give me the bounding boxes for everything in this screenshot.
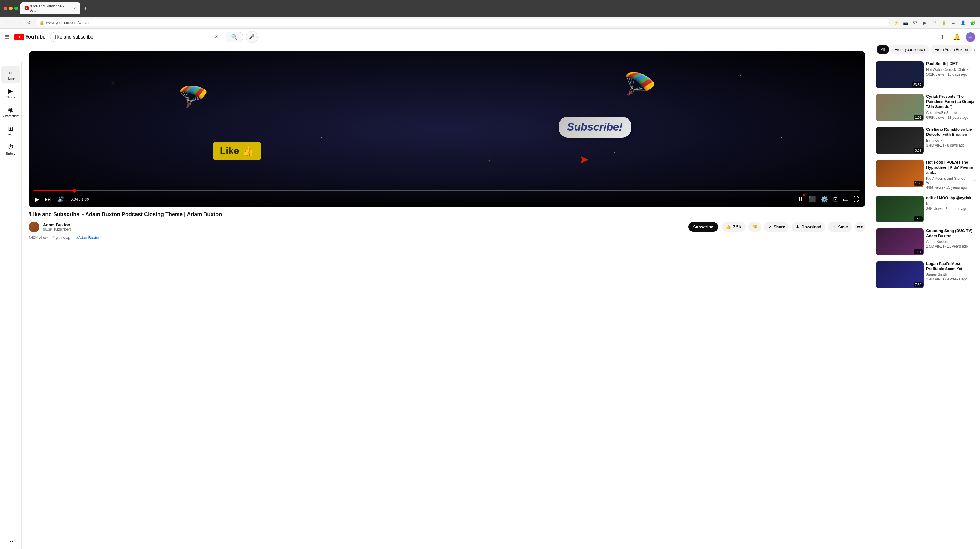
filter-from-search[interactable]: From your search (891, 45, 929, 54)
subscribe-button[interactable]: Subscribe (688, 222, 718, 232)
back-button[interactable]: ← (3, 19, 12, 27)
rec-duration: 3:39 (914, 148, 923, 153)
home-icon: ⌂ (9, 69, 12, 76)
new-tab-button[interactable]: + (84, 5, 87, 12)
shield-icon[interactable]: 🛡 (911, 19, 919, 27)
sidebar-item-history[interactable]: ⏱ History (1, 141, 20, 158)
autoplay-toggle[interactable]: ⏸ (796, 195, 805, 204)
download-button[interactable]: ⬇ Download (792, 222, 826, 232)
sidebar-item-library[interactable]: ⊞ You (1, 122, 20, 140)
channel-avatar[interactable] (29, 221, 40, 232)
rec-item-rec2[interactable]: 1:01 Cyriak Presents The Pointless Farm … (875, 93, 978, 122)
channel-info: Adam Buxton 96.3K subscribers (43, 223, 685, 231)
skip-next-button[interactable]: ⏭ (44, 195, 52, 204)
like-button[interactable]: 👍 7.5K (722, 222, 746, 232)
video-player[interactable]: 🪂 🪂 Like 👍 Subscribe! ➤ (29, 51, 865, 207)
hashtag[interactable]: #AdamBuxton (76, 236, 100, 240)
share-button[interactable]: ↗ Share (764, 222, 789, 232)
rec-meta: 2.5M views · 11 years ago (926, 244, 977, 248)
channel-row: Adam Buxton 96.3K subscribers Subscribe … (29, 221, 865, 232)
extensions-puzzle-icon[interactable]: 🧩 (969, 19, 977, 27)
close-window-button[interactable] (3, 6, 7, 10)
filter-from-channel[interactable]: From Adam Buxton (931, 45, 971, 54)
youtube-logo[interactable]: YouTube (14, 34, 45, 40)
video-controls: ▶ ⏭ 🔊 0:04 / 1:36 ⏸ (29, 184, 865, 207)
time-display: 0:04 / 1:36 (70, 197, 89, 202)
dislike-button[interactable]: 👎 (748, 222, 762, 232)
hamburger-menu-button[interactable]: ☰ (5, 34, 10, 40)
rec-info: Hot Food | POEM | The Hypnotiser | Kids'… (926, 160, 977, 189)
play-icon[interactable]: ▶ (921, 19, 929, 27)
video-title: 'Like and Subscribe' - Adam Buxton Podca… (29, 211, 865, 218)
search-submit-button[interactable]: 🔍 (226, 32, 243, 43)
screenshot-icon[interactable]: 📷 (902, 19, 910, 27)
tab-close-button[interactable]: ✕ (73, 7, 76, 10)
rec-item-rec7[interactable]: 7:59 Logan Paul's Most Profitable Scam Y… (875, 260, 978, 290)
search-bar[interactable]: ✕ (50, 32, 223, 42)
browser-actions: ⚡ 📷 🛡 ▶ ♡ 🔋 ≡ 👤 🧩 (892, 19, 977, 27)
parachute-left: 🪂 (177, 80, 212, 113)
rec-item-rec3[interactable]: 3:39 Cristiano Ronaldo vs Lie Detector w… (875, 126, 978, 155)
rec-meta: 3.4M views · 8 days ago (926, 143, 977, 147)
maximize-window-button[interactable] (14, 6, 18, 10)
youtube-logo-text: YouTube (25, 34, 45, 40)
rec-item-rec4[interactable]: 1:03 Hot Food | POEM | The Hypnotiser | … (875, 159, 978, 191)
settings-button[interactable]: ⚙️ (819, 194, 829, 204)
rec-item-rec5[interactable]: 1:26 edit of MOO! by @cyriak Kaden 36K v… (875, 194, 978, 224)
rec-channel: Kids' Poems and Stories With ... ✓ (926, 177, 977, 185)
voice-search-button[interactable]: 🎤 (246, 31, 258, 43)
theater-mode-button[interactable]: ▭ (842, 194, 850, 204)
more-options-button[interactable]: ••• (854, 221, 865, 232)
battery-icon[interactable]: 🔋 (940, 19, 948, 27)
rec-info: Counting Song (BUG TV) | Adam Buxton Ada… (926, 228, 977, 255)
menu-icon[interactable]: ≡ (950, 19, 957, 27)
rec-filters: All From your search From Adam Buxton › (875, 45, 978, 58)
upload-icon[interactable]: ⬆ (937, 32, 948, 43)
extensions-icon[interactable]: ⚡ (892, 19, 900, 27)
search-clear-button[interactable]: ✕ (214, 34, 218, 40)
dislike-icon: 👎 (752, 224, 757, 229)
youtube-header: ☰ YouTube ✕ 🔍 🎤 ⬆ 🔔 A (0, 29, 980, 45)
filter-all[interactable]: All (877, 45, 889, 54)
rec-item-rec1[interactable]: 23:57 Paul Smith | DMT Hot Water Comedy … (875, 60, 978, 89)
miniplayer-button[interactable]: ⊡ (832, 194, 839, 204)
video-info: 'Like and Subscribe' - Adam Buxton Podca… (29, 211, 865, 240)
profile-icon[interactable]: 👤 (959, 19, 967, 27)
channel-name[interactable]: Adam Buxton (43, 223, 685, 227)
rec-title: Cyriak Presents The Pointless Farm (La G… (926, 94, 977, 110)
subtitles-button[interactable]: ⬛ (807, 194, 817, 204)
like-overlay-text: Like (220, 145, 239, 156)
fullscreen-button[interactable]: ⛶ (852, 195, 861, 204)
rec-thumbnail: 1:41 (876, 228, 924, 255)
rec-meta: 699K views · 11 years ago (926, 115, 977, 119)
rec-thumbnail: 3:39 (876, 127, 924, 154)
address-bar[interactable]: 🔒 www.youtube.com/watch (35, 19, 890, 26)
forward-button[interactable]: → (14, 19, 23, 27)
user-avatar[interactable]: A (966, 32, 975, 42)
search-input[interactable] (55, 34, 212, 40)
save-button[interactable]: ＋ Save (828, 222, 852, 232)
progress-dot (73, 189, 76, 193)
browser-tab[interactable]: 'Like and Subscribe' - A... ✕ (20, 2, 80, 14)
minimize-window-button[interactable] (9, 6, 13, 10)
rec-thumbnail: 23:57 (876, 61, 924, 88)
mute-button[interactable]: 🔊 (56, 194, 66, 204)
bookmark-icon[interactable]: ♡ (931, 19, 938, 27)
play-pause-button[interactable]: ▶ (33, 194, 40, 204)
notifications-icon[interactable]: 🔔 (951, 32, 962, 43)
verified-icon: ✓ (974, 178, 977, 182)
video-progress-bar[interactable] (33, 190, 861, 191)
sidebar-item-subscriptions[interactable]: ◉ Subscriptions (1, 103, 20, 121)
more-icon: ··· (8, 537, 13, 544)
rec-title: Cristiano Ronaldo vs Lie Detector with B… (926, 127, 977, 137)
sidebar-item-home[interactable]: ⌂ Home (1, 66, 20, 83)
refresh-button[interactable]: ↺ (25, 19, 33, 27)
rec-meta: 48M views · 15 years ago (926, 185, 977, 189)
rec-item-rec6[interactable]: 1:41 Counting Song (BUG TV) | Adam Buxto… (875, 227, 978, 256)
filter-scroll-right[interactable]: › (974, 47, 975, 53)
rec-channel: Binance ✓ (926, 138, 977, 143)
sidebar-item-more[interactable]: ··· (1, 534, 20, 547)
rec-thumbnail: 7:59 (876, 261, 924, 288)
upload-date: 4 years ago (52, 236, 72, 240)
sidebar-item-shorts[interactable]: ▶ Shorts (1, 84, 20, 102)
